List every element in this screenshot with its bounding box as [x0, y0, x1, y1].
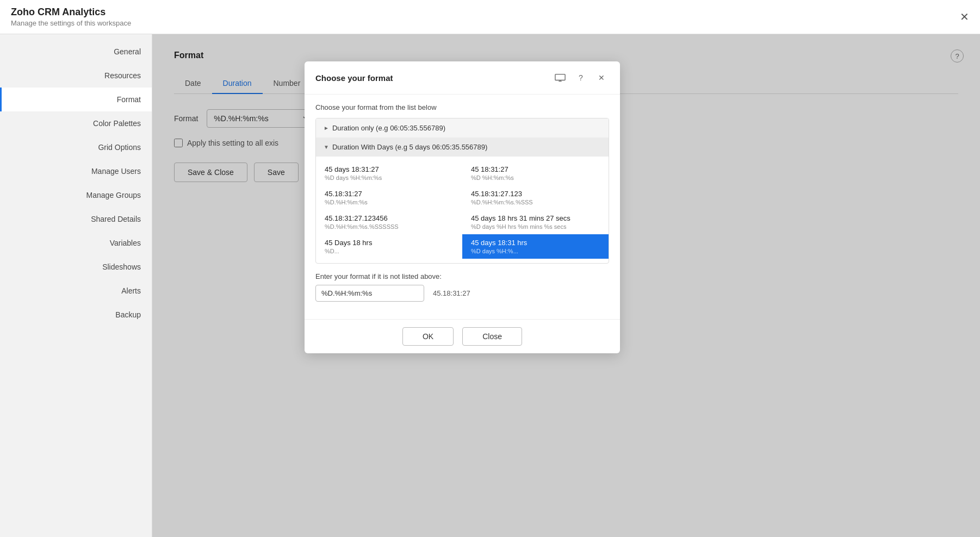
custom-format-label: Enter your format if it is not listed ab…	[315, 272, 609, 280]
custom-format-section: Enter your format if it is not listed ab…	[315, 272, 609, 302]
format-list-item[interactable]: 45 days 18:31:27%D days %H:%m:%s	[316, 161, 462, 185]
choose-format-modal: Choose your format ? ✕	[305, 61, 620, 353]
sidebar-item-manage-groups[interactable]: Manage Groups	[0, 183, 152, 207]
sidebar: GeneralResourcesFormatColor PalettesGrid…	[0, 34, 152, 537]
sidebar-item-variables[interactable]: Variables	[0, 231, 152, 255]
window-close-icon[interactable]: ✕	[960, 10, 969, 23]
modal-footer: OK Close	[305, 319, 620, 353]
content-area: ? Format DateDurationNumberPositive Numb…	[152, 34, 980, 537]
format-item-code: %D %H:%m:%s	[471, 174, 600, 181]
triangle-right-icon: ►	[324, 125, 329, 131]
modal-overlay: Choose your format ? ✕	[152, 34, 980, 537]
format-list-item[interactable]: 45 days 18 hrs 31 mins 27 secs%D days %H…	[462, 210, 609, 234]
sidebar-item-manage-users[interactable]: Manage Users	[0, 159, 152, 183]
format-item-value: 45.18:31:27.123456	[325, 214, 454, 222]
sidebar-item-shared-details[interactable]: Shared Details	[0, 207, 152, 231]
format-items-grid: 45 days 18:31:27%D days %H:%m:%s45 18:31…	[316, 157, 609, 263]
custom-format-input[interactable]	[315, 285, 424, 302]
close-button[interactable]: Close	[462, 327, 522, 346]
format-group-2-header[interactable]: ▼ Duration With Days (e.g 5 days 06:05:3…	[316, 138, 609, 157]
modal-body: Choose your format from the list below ►…	[305, 95, 620, 319]
modal-help-icon[interactable]: ?	[573, 70, 588, 85]
format-list-item[interactable]: 45 Days 18 hrs%D...	[316, 234, 462, 259]
modal-header: Choose your format ? ✕	[305, 61, 620, 95]
modal-header-icons: ? ✕	[553, 70, 609, 85]
modal-close-icon[interactable]: ✕	[594, 70, 609, 85]
format-group-2-label: Duration With Days (e.g 5 days 06:05:35.…	[332, 143, 487, 151]
sidebar-item-color-palettes[interactable]: Color Palettes	[0, 111, 152, 135]
sidebar-item-slideshows[interactable]: Slideshows	[0, 255, 152, 279]
custom-format-row: 45.18:31:27	[315, 285, 609, 302]
format-item-value: 45 days 18 hrs 31 mins 27 secs	[471, 214, 600, 222]
format-item-value: 45 days 18:31:27	[325, 165, 454, 173]
sidebar-item-backup[interactable]: Backup	[0, 303, 152, 327]
format-item-code: %D...	[325, 248, 454, 254]
format-item-code: %D.%H:%m:%s.%SSS	[471, 199, 600, 205]
sidebar-item-format[interactable]: Format	[0, 88, 152, 111]
sidebar-item-resources[interactable]: Resources	[0, 64, 152, 88]
format-item-code: %D.%H:%m:%s.%SSSSSS	[325, 223, 454, 230]
format-list[interactable]: ► Duration only (e.g 06:05:35.556789) ▼ …	[315, 118, 609, 264]
format-list-item[interactable]: 45.18:31:27%D.%H:%m:%s	[316, 185, 462, 210]
format-item-code: %D days %H hrs %m mins %s secs	[471, 223, 600, 230]
app-info: Zoho CRM Analytics Manage the settings o…	[11, 7, 131, 27]
modal-title: Choose your format	[315, 73, 393, 83]
app-subtitle: Manage the settings of this workspace	[11, 19, 131, 27]
custom-format-preview: 45.18:31:27	[433, 289, 470, 297]
top-bar: Zoho CRM Analytics Manage the settings o…	[0, 0, 980, 34]
format-item-value: 45.18:31:27	[325, 190, 454, 198]
format-group-1-header[interactable]: ► Duration only (e.g 06:05:35.556789)	[316, 118, 609, 138]
svg-rect-0	[555, 74, 565, 80]
format-list-item[interactable]: 45.18:31:27.123%D.%H:%m:%s.%SSS	[462, 185, 609, 210]
format-item-value: 45.18:31:27.123	[471, 190, 600, 198]
format-item-code: %D.%H:%m:%s	[325, 199, 454, 205]
main-layout: GeneralResourcesFormatColor PalettesGrid…	[0, 34, 980, 537]
sidebar-item-general[interactable]: General	[0, 40, 152, 64]
format-list-item[interactable]: 45 18:31:27%D %H:%m:%s	[462, 161, 609, 185]
format-item-value: 45 18:31:27	[471, 165, 600, 173]
app-title: Zoho CRM Analytics	[11, 7, 131, 18]
format-item-value: 45 days 18:31 hrs	[471, 239, 600, 247]
format-list-item[interactable]: 45.18:31:27.123456%D.%H:%m:%s.%SSSSSS	[316, 210, 462, 234]
monitor-icon[interactable]	[553, 70, 568, 85]
format-item-code: %D days %H:%...	[471, 248, 600, 254]
ok-button[interactable]: OK	[402, 327, 454, 346]
sidebar-item-grid-options[interactable]: Grid Options	[0, 135, 152, 159]
triangle-down-icon: ▼	[324, 144, 329, 150]
format-group-1-label: Duration only (e.g 06:05:35.556789)	[332, 124, 445, 132]
format-item-value: 45 Days 18 hrs	[325, 239, 454, 247]
modal-subtitle: Choose your format from the list below	[315, 103, 609, 111]
format-item-code: %D days %H:%m:%s	[325, 174, 454, 181]
sidebar-item-alerts[interactable]: Alerts	[0, 279, 152, 303]
format-list-item[interactable]: 45 days 18:31 hrs%D days %H:%...	[462, 234, 609, 259]
